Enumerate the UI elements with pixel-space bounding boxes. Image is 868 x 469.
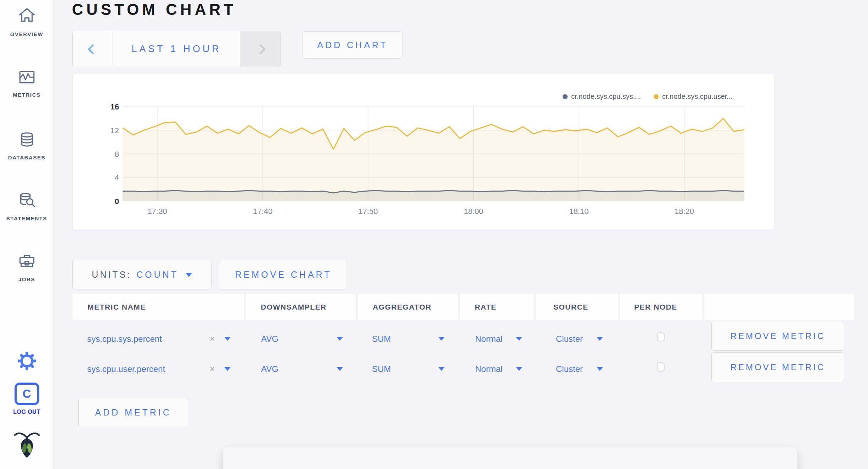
database-icon — [18, 131, 36, 150]
remove-metric-button[interactable]: REMOVE METRIC — [711, 322, 844, 351]
gear-icon — [17, 351, 36, 372]
add-metric-button[interactable]: ADD METRIC — [78, 398, 188, 427]
units-label: UNITS: — [92, 270, 131, 280]
time-range-label[interactable]: LAST 1 HOUR — [113, 31, 240, 67]
sidebar: OVERVIEW METRICS DATABASES — [0, 0, 54, 469]
metric-name-value[interactable]: sys.cpu.user.percent — [87, 364, 165, 374]
x-tick-label: 17:50 — [347, 207, 389, 216]
y-tick-label: 0 — [94, 197, 119, 206]
time-range-prev-button[interactable] — [73, 31, 113, 67]
metric-name-value[interactable]: sys.cpu.sys.percent — [87, 334, 162, 344]
column-header-source: SOURCE — [536, 294, 618, 320]
x-tick-label: 18:20 — [663, 207, 705, 216]
sidebar-item-label: STATEMENTS — [6, 215, 47, 221]
chart-legend: cr.node.sys.cpu.sys....cr.node.sys.cpu.u… — [563, 92, 733, 101]
source-value[interactable]: Cluster — [556, 334, 583, 344]
chart-card: cr.node.sys.cpu.sys....cr.node.sys.cpu.u… — [73, 74, 774, 230]
sidebar-item-label: METRICS — [13, 92, 41, 98]
source-caret[interactable] — [597, 367, 603, 371]
metrics-icon — [18, 68, 36, 87]
time-range-next-button[interactable] — [240, 31, 280, 67]
rate-value[interactable]: Normal — [475, 334, 502, 344]
rate-value[interactable]: Normal — [475, 364, 502, 374]
legend-item[interactable]: cr.node.sys.cpu.user... — [654, 92, 733, 101]
rate-caret[interactable] — [516, 367, 522, 371]
x-tick-label: 18:10 — [558, 207, 600, 216]
x-tick-label: 18:00 — [452, 207, 495, 216]
metric-dropdown-caret[interactable] — [224, 367, 231, 371]
chevron-left-icon — [88, 44, 97, 54]
add-chart-button[interactable]: ADD CHART — [303, 31, 402, 59]
statements-icon — [18, 191, 36, 211]
sidebar-item-statements[interactable]: STATEMENTS — [0, 191, 53, 221]
legend-dot-icon — [654, 94, 659, 99]
units-value: COUNT — [136, 270, 179, 280]
sidebar-item-databases[interactable]: DATABASES — [0, 131, 53, 160]
clear-metric-icon[interactable]: × — [210, 364, 215, 374]
column-header-per-node: PER NODE — [620, 294, 702, 320]
cockroach-c-icon: C — [15, 383, 39, 405]
downsampler-value[interactable]: AVG — [261, 334, 278, 344]
per-node-checkbox[interactable] — [657, 332, 665, 341]
downsampler-caret[interactable] — [337, 367, 343, 371]
clear-metric-icon[interactable]: × — [210, 334, 215, 344]
legend-label: cr.node.sys.cpu.sys.... — [571, 92, 641, 101]
y-tick-label: 12 — [94, 126, 119, 135]
time-range-picker: LAST 1 HOUR — [72, 31, 281, 67]
sidebar-item-label: JOBS — [18, 276, 35, 282]
sidebar-item-jobs[interactable]: JOBS — [0, 252, 53, 282]
y-tick-label: 8 — [94, 150, 119, 159]
downsampler-caret[interactable] — [337, 337, 343, 341]
aggregator-caret[interactable] — [438, 337, 445, 341]
table-row: sys.cpu.user.percent × AVG SUM Normal Cl… — [73, 352, 854, 385]
column-header-rate: RATE — [460, 294, 534, 320]
logout-button[interactable]: C LOG OUT — [0, 383, 53, 415]
logout-label: LOG OUT — [13, 409, 40, 415]
table-row: sys.cpu.sys.percent × AVG SUM Normal Clu… — [73, 320, 854, 352]
column-header-downsampler: DOWNSAMPLER — [246, 294, 356, 320]
aggregator-caret[interactable] — [438, 367, 445, 371]
downsampler-value[interactable]: AVG — [261, 364, 278, 374]
sidebar-item-metrics[interactable]: METRICS — [0, 68, 53, 98]
legend-item[interactable]: cr.node.sys.cpu.sys.... — [563, 92, 641, 101]
metric-dropdown-caret[interactable] — [224, 337, 231, 341]
next-card-top-edge — [223, 447, 797, 469]
source-caret[interactable] — [597, 337, 603, 341]
per-node-checkbox[interactable] — [657, 362, 665, 372]
page-title: CUSTOM CHART — [72, 1, 236, 18]
jobs-icon — [18, 252, 36, 272]
aggregator-value[interactable]: SUM — [372, 364, 391, 374]
rate-caret[interactable] — [516, 337, 522, 341]
chevron-down-icon — [186, 273, 192, 277]
column-header-metric-name: METRIC NAME — [73, 294, 244, 320]
column-header-actions — [704, 294, 854, 320]
x-tick-label: 17:30 — [136, 207, 179, 216]
home-icon — [17, 6, 36, 27]
sidebar-item-label: DATABASES — [8, 154, 46, 160]
units-dropdown[interactable]: UNITS: COUNT — [72, 260, 212, 289]
legend-dot-icon — [563, 94, 568, 99]
x-tick-label: 17:40 — [242, 207, 284, 216]
sidebar-item-overview[interactable]: OVERVIEW — [0, 6, 53, 37]
y-tick-label: 16 — [94, 102, 119, 112]
legend-label: cr.node.sys.cpu.user... — [662, 92, 733, 101]
column-header-aggregator: AGGREGATOR — [358, 294, 458, 320]
aggregator-value[interactable]: SUM — [372, 334, 391, 344]
remove-chart-button[interactable]: REMOVE CHART — [219, 260, 348, 289]
source-value[interactable]: Cluster — [556, 364, 583, 374]
remove-metric-button[interactable]: REMOVE METRIC — [711, 352, 844, 382]
chevron-right-icon — [255, 44, 265, 54]
settings-button[interactable] — [0, 351, 53, 372]
y-tick-label: 4 — [94, 173, 119, 182]
cockroachdb-logo — [0, 430, 53, 460]
sidebar-item-label: OVERVIEW — [10, 31, 43, 37]
